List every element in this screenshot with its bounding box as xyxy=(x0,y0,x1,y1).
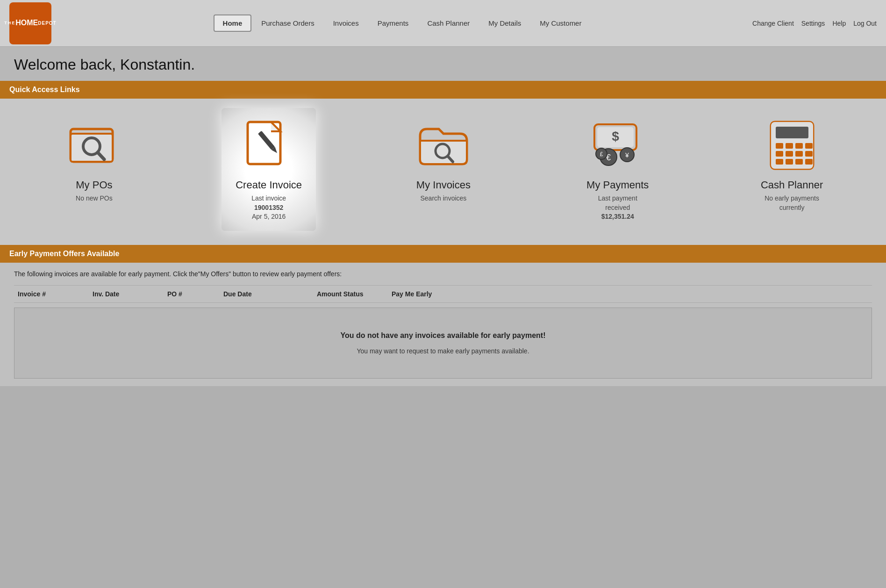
svg-rect-21 xyxy=(776,143,783,149)
quick-link-cash-planner[interactable]: Cash Planner No early payments currently xyxy=(745,108,839,222)
svg-rect-23 xyxy=(795,143,803,149)
early-payment-body: The following invoices are available for… xyxy=(0,263,886,386)
nav-payments[interactable]: Payments xyxy=(369,15,418,31)
create-invoice-icon xyxy=(241,117,297,173)
col-pay-me-early: Pay Me Early xyxy=(388,290,481,298)
home-depot-logo: THE HOME DEPOT xyxy=(9,2,51,44)
my-invoices-title: My Invoices xyxy=(416,179,471,191)
welcome-message: Welcome back, Konstantin. xyxy=(14,56,872,73)
svg-rect-28 xyxy=(805,151,813,157)
cash-planner-icon xyxy=(764,117,820,173)
create-invoice-title: Create Invoice xyxy=(236,179,302,191)
col-amount-status: Amount Status xyxy=(313,290,388,298)
my-payments-title: My Payments xyxy=(586,179,649,191)
cash-planner-title: Cash Planner xyxy=(761,179,823,191)
quick-access-section: My POs No new POs Create Invoice xyxy=(0,99,886,245)
col-po-num: PO # xyxy=(164,290,220,298)
nav-purchase-orders[interactable]: Purchase Orders xyxy=(252,15,323,31)
quick-link-create-invoice[interactable]: Create Invoice Last invoice 19001352 Apr… xyxy=(222,108,316,231)
no-invoice-text: You do not have any invoices available f… xyxy=(24,331,862,340)
create-invoice-sub: Last invoice 19001352 Apr 5, 2016 xyxy=(251,194,286,222)
svg-rect-32 xyxy=(805,159,813,165)
nav-my-details[interactable]: My Details xyxy=(479,15,530,31)
svg-rect-24 xyxy=(805,143,813,149)
svg-rect-26 xyxy=(786,151,793,157)
nav-home[interactable]: Home xyxy=(214,14,252,32)
change-client-link[interactable]: Change Client xyxy=(752,20,794,27)
header-top-links: Change Client Settings Help Log Out xyxy=(752,20,877,27)
welcome-section: Welcome back, Konstantin. xyxy=(0,47,886,81)
quick-link-my-pos[interactable]: My POs No new POs xyxy=(47,108,141,213)
nav-cash-planner[interactable]: Cash Planner xyxy=(418,15,479,31)
early-payment-description: The following invoices are available for… xyxy=(14,270,872,278)
svg-rect-27 xyxy=(795,151,803,157)
svg-rect-20 xyxy=(776,127,808,138)
early-payment-header: Early Payment Offers Available xyxy=(0,245,886,263)
svg-rect-25 xyxy=(776,151,783,157)
page-header: THE HOME DEPOT Home Purchase Orders Invo… xyxy=(0,0,886,47)
my-payments-sub: Last payment received $12,351.24 xyxy=(598,194,637,222)
my-invoices-sub: Search invoices xyxy=(421,194,467,203)
table-header-row: Invoice # Inv. Date PO # Due Date Amount… xyxy=(14,285,872,303)
nav-invoices[interactable]: Invoices xyxy=(324,15,368,31)
my-pos-sub: No new POs xyxy=(76,194,113,203)
svg-text:$: $ xyxy=(612,129,619,143)
my-invoices-icon xyxy=(415,117,472,173)
main-nav: Home Purchase Orders Invoices Payments C… xyxy=(51,14,752,32)
svg-text:£: £ xyxy=(600,151,603,158)
svg-rect-22 xyxy=(786,143,793,149)
my-pos-title: My POs xyxy=(76,179,112,191)
empty-table-message: You do not have any invoices available f… xyxy=(14,308,872,379)
quick-access-header: Quick Access Links xyxy=(0,81,886,99)
col-inv-date: Inv. Date xyxy=(89,290,164,298)
svg-rect-31 xyxy=(795,159,803,165)
svg-rect-29 xyxy=(776,159,783,165)
quick-link-my-invoices[interactable]: My Invoices Search invoices xyxy=(397,108,490,213)
help-link[interactable]: Help xyxy=(832,20,846,27)
col-invoice-num: Invoice # xyxy=(14,290,89,298)
settings-link[interactable]: Settings xyxy=(801,20,825,27)
my-pos-icon xyxy=(66,117,122,173)
svg-text:¥: ¥ xyxy=(625,151,629,159)
svg-rect-30 xyxy=(786,159,793,165)
col-due-date: Due Date xyxy=(220,290,313,298)
early-payment-section: The following invoices are available for… xyxy=(0,263,886,386)
logo[interactable]: THE HOME DEPOT xyxy=(9,2,51,44)
my-payments-icon: $ € ¥ £ xyxy=(590,117,646,173)
empty-suggestion-text: You may want to request to make early pa… xyxy=(24,347,862,355)
quick-links-grid: My POs No new POs Create Invoice xyxy=(9,108,877,231)
cash-planner-sub: No early payments currently xyxy=(765,194,819,212)
quick-link-my-payments[interactable]: $ € ¥ £ My Payments Last payment receive… xyxy=(571,108,664,231)
nav-my-customer[interactable]: My Customer xyxy=(531,15,590,31)
logout-link[interactable]: Log Out xyxy=(853,20,877,27)
